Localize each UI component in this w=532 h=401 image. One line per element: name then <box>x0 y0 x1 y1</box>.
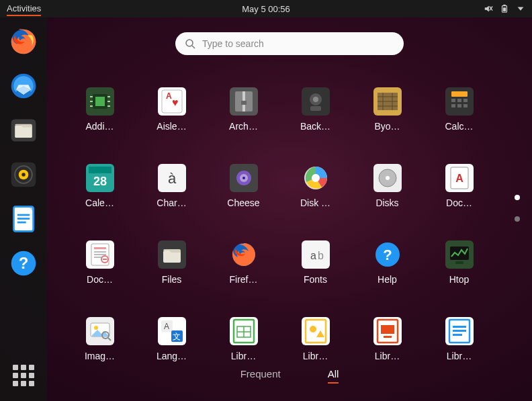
svg-point-68 <box>312 174 320 182</box>
calendar-icon: 28 <box>86 164 114 192</box>
app-label: Fonts <box>304 274 327 285</box>
app-label: Libr… <box>375 351 400 361</box>
app-launcher[interactable]: Byo… <box>357 87 418 132</box>
svg-rect-120 <box>453 330 466 332</box>
card-icon: A♥ <box>158 87 186 116</box>
app-label: Cale… <box>85 197 114 208</box>
page-dot-2[interactable] <box>515 216 520 222</box>
svg-text:?: ? <box>383 247 392 263</box>
app-launcher[interactable]: Addi… <box>70 87 130 132</box>
app-launcher[interactable]: 28Cale… <box>70 164 130 208</box>
svg-text:?: ? <box>19 254 29 272</box>
app-launcher[interactable]: ADoc… <box>429 164 490 208</box>
app-label: Addi… <box>85 121 114 132</box>
app-launcher[interactable]: Calc… <box>429 87 490 132</box>
byobu-icon <box>373 87 402 116</box>
app-launcher[interactable]: Cheese <box>214 164 274 208</box>
show-applications-button[interactable] <box>7 359 40 392</box>
dock-item-firefox[interactable] <box>7 26 40 58</box>
app-launcher[interactable]: Arch… <box>214 87 274 132</box>
dock-item-rhythmbox[interactable] <box>7 159 40 191</box>
svg-rect-115 <box>381 325 394 334</box>
image-icon <box>86 317 114 345</box>
tab-frequent[interactable]: Frequent <box>240 368 281 384</box>
app-launcher[interactable]: Disk … <box>285 164 346 208</box>
lang-icon: A文 <box>158 317 186 345</box>
app-label: Libr… <box>231 351 256 361</box>
chip-icon <box>86 87 114 116</box>
svg-rect-78 <box>94 247 106 249</box>
dock: ? <box>0 17 47 401</box>
app-launcher[interactable]: ?Help <box>357 240 418 285</box>
doc-viewer-icon <box>86 240 114 269</box>
lo-calc-icon <box>230 317 258 345</box>
app-launcher[interactable]: Htop <box>429 240 490 285</box>
svg-text:♥: ♥ <box>172 97 179 108</box>
app-launcher[interactable]: Libr… <box>285 317 346 361</box>
svg-line-21 <box>192 46 195 48</box>
app-launcher[interactable]: abFonts <box>285 240 346 285</box>
app-launcher[interactable]: Libr… <box>357 317 418 361</box>
safe-icon <box>302 87 330 116</box>
system-status-area[interactable] <box>484 4 525 13</box>
folder-icon <box>158 240 186 269</box>
svg-rect-15 <box>17 214 30 216</box>
svg-rect-56 <box>457 104 461 107</box>
svg-rect-53 <box>457 99 461 102</box>
page-indicator <box>515 195 520 222</box>
svg-text:28: 28 <box>93 175 106 188</box>
app-label: Back… <box>300 121 330 132</box>
app-launcher[interactable]: Files <box>142 240 202 285</box>
svg-rect-57 <box>463 104 468 107</box>
app-label: Lang… <box>157 351 187 361</box>
doc-a-icon: A <box>445 164 474 192</box>
app-launcher[interactable]: Libr… <box>214 317 274 361</box>
svg-rect-119 <box>453 326 466 328</box>
svg-text:文: 文 <box>173 332 181 341</box>
activities-button[interactable]: Activities <box>7 3 41 16</box>
dock-item-help[interactable]: ? <box>7 247 40 279</box>
app-launcher[interactable]: Libr… <box>429 317 490 361</box>
app-label: Disks <box>375 197 398 208</box>
app-label: Doc… <box>446 197 472 208</box>
dock-item-libreoffice-writer[interactable] <box>7 203 40 235</box>
app-launcher[interactable]: àChar… <box>142 164 202 208</box>
app-launcher[interactable]: A文Lang… <box>142 317 202 361</box>
help-icon: ? <box>373 240 402 269</box>
archive-icon <box>230 87 258 116</box>
dock-item-files[interactable] <box>7 114 40 146</box>
app-label: Htop <box>449 274 470 285</box>
app-launcher[interactable]: Firef… <box>214 240 274 285</box>
app-launcher[interactable]: Back… <box>285 87 346 132</box>
cheese-icon <box>230 164 258 192</box>
app-launcher[interactable]: Disks <box>357 164 418 208</box>
char-icon: à <box>158 164 186 192</box>
lo-writer-icon <box>445 317 474 345</box>
app-label: Files <box>162 274 182 285</box>
dock-item-thunderbird[interactable] <box>7 70 40 102</box>
page-dot-1[interactable] <box>515 195 520 200</box>
disk-usage-icon <box>302 164 330 192</box>
app-label: Firef… <box>230 274 258 285</box>
app-launcher[interactable]: A♥Aisle… <box>142 87 202 132</box>
svg-point-71 <box>386 176 390 180</box>
svg-rect-81 <box>94 257 102 258</box>
app-launcher[interactable]: Imag… <box>70 317 130 361</box>
search-bar[interactable] <box>175 32 404 55</box>
app-launcher[interactable]: Doc… <box>70 240 130 285</box>
search-input[interactable] <box>202 38 394 49</box>
chevron-down-icon <box>516 4 525 13</box>
svg-point-66 <box>242 177 245 179</box>
top-bar: Activities May 5 00:56 <box>0 0 532 17</box>
svg-rect-8 <box>15 126 32 138</box>
svg-text:a: a <box>310 250 316 261</box>
svg-point-12 <box>21 173 26 177</box>
clock[interactable]: May 5 00:56 <box>242 4 290 14</box>
svg-rect-17 <box>17 222 26 224</box>
svg-point-112 <box>310 326 316 332</box>
svg-rect-3 <box>503 5 506 6</box>
svg-rect-16 <box>17 218 30 220</box>
app-label: Byo… <box>374 121 400 132</box>
svg-rect-38 <box>241 101 247 105</box>
tab-all[interactable]: All <box>328 368 339 384</box>
